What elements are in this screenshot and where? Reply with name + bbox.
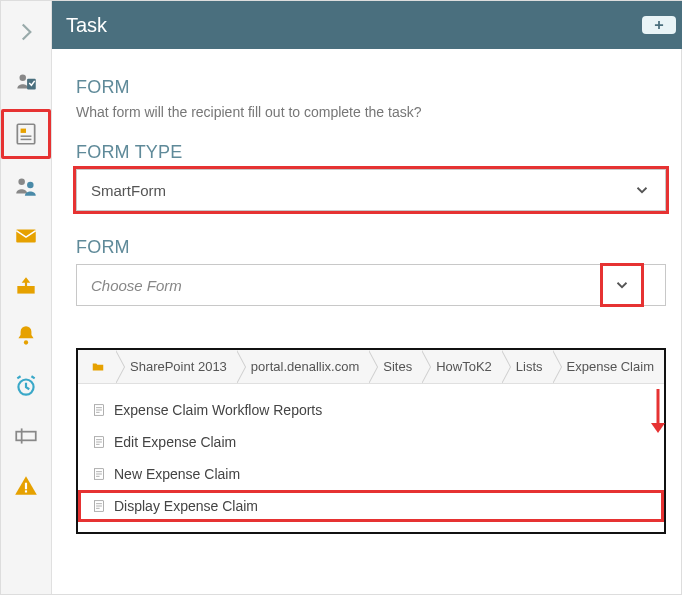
form-item-icon [92,435,106,449]
breadcrumb-root[interactable] [84,350,116,384]
chevron-right-icon [13,19,39,45]
plus-icon [652,18,666,32]
bell-icon [13,323,39,349]
svg-point-0 [20,74,27,81]
svg-rect-9 [17,286,34,294]
form-select-expand[interactable] [600,263,644,307]
warning-icon [13,473,39,499]
mail-icon [13,223,39,249]
nav-recipients[interactable] [3,163,49,209]
outbox-icon [13,273,39,299]
clipboard-user-icon [13,69,39,95]
svg-rect-15 [25,490,27,492]
svg-point-6 [18,178,25,185]
section-form-heading: FORM [76,77,666,98]
form-select-placeholder: Choose Form [91,277,182,294]
breadcrumb-item[interactable]: SharePoint 2013 [116,350,237,384]
annotation-arrow [648,387,668,435]
users-icon [13,173,39,199]
folder-icon [90,360,106,374]
nav-assignee[interactable] [3,59,49,105]
section-form-type-heading: FORM TYPE [76,142,666,163]
section-form-select-heading: FORM [76,237,666,258]
breadcrumb-item[interactable]: HowToK2 [422,350,502,384]
text-cursor-icon [13,423,39,449]
breadcrumb: SharePoint 2013 portal.denallix.com Site… [78,350,664,384]
header-title: Task [66,14,107,37]
form-icon [13,121,39,147]
nav-actions[interactable] [3,413,49,459]
form-picker-panel: SharePoint 2013 portal.denallix.com Site… [76,348,666,534]
picker-item[interactable]: Expense Claim Workflow Reports [78,394,664,426]
collapse-toggle[interactable] [3,9,49,55]
task-header: Task [52,1,682,49]
nav-errors[interactable] [3,463,49,509]
chevron-down-icon [633,181,651,199]
form-type-value: SmartForm [91,182,166,199]
svg-rect-8 [16,230,36,243]
form-item-icon [92,403,106,417]
form-helper-text: What form will the recipient fill out to… [76,104,666,120]
alarm-clock-icon [13,373,39,399]
add-badge[interactable] [642,16,676,34]
form-item-icon [92,467,106,481]
breadcrumb-item[interactable]: Expense Claim [553,350,664,384]
svg-rect-3 [21,129,26,133]
svg-rect-2 [17,124,34,144]
chevron-down-icon [613,276,631,294]
left-icon-rail [1,1,52,594]
svg-rect-12 [16,432,36,441]
breadcrumb-item[interactable]: Sites [369,350,422,384]
nav-form[interactable] [1,109,51,159]
svg-point-7 [27,182,34,189]
svg-rect-14 [25,483,27,490]
nav-email[interactable] [3,213,49,259]
form-picker-list: Expense Claim Workflow Reports Edit Expe… [78,384,664,532]
picker-item[interactable]: New Expense Claim [78,458,664,490]
nav-reminder[interactable] [3,313,49,359]
form-select[interactable]: Choose Form [76,264,666,306]
form-item-icon [92,499,106,513]
form-type-select[interactable]: SmartForm [76,169,666,211]
breadcrumb-item[interactable]: portal.denallix.com [237,350,369,384]
nav-deadline[interactable] [3,363,49,409]
nav-outbox[interactable] [3,263,49,309]
svg-point-10 [24,340,28,344]
picker-item-display-expense-claim[interactable]: Display Expense Claim [78,490,664,522]
picker-item[interactable]: Edit Expense Claim [78,426,664,458]
breadcrumb-item[interactable]: Lists [502,350,553,384]
